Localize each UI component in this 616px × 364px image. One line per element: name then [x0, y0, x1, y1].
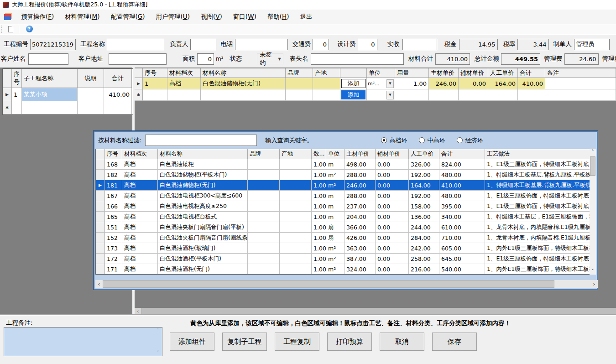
header-name-input[interactable] [311, 53, 404, 65]
column-header[interactable]: 合计 [439, 149, 485, 159]
print-budget-button[interactable]: 打印预算 [327, 333, 372, 351]
add-material-button-focused[interactable]: 添加 [341, 90, 365, 99]
column-header[interactable]: 人工单价 [488, 68, 518, 78]
material-library-row[interactable]: 171高档白色混油酒柜(无门)1.00m²324.000.00216.00540… [96, 264, 591, 275]
material-library-row[interactable]: 182高档白色混油储物柜(平板木门)1.00m²288.000.00192.00… [96, 170, 591, 180]
preparer-input[interactable] [574, 39, 610, 50]
scroll-left-icon[interactable]: ‹ [95, 281, 103, 287]
column-header[interactable]: 工艺做法 [485, 149, 591, 159]
customer-name-input[interactable] [28, 53, 68, 65]
add-component-button[interactable]: 添加组件 [170, 333, 214, 351]
column-header[interactable]: 序号 [143, 68, 167, 78]
hscroll-thumb[interactable] [141, 308, 616, 315]
radio-high-grade[interactable]: 高档环 [381, 136, 407, 145]
cancel-button[interactable]: 取消 [380, 333, 424, 351]
column-header[interactable]: 序号 [105, 149, 122, 159]
customer-addr-input[interactable] [109, 53, 167, 65]
column-header[interactable]: 材料档次 [122, 149, 158, 159]
material-row[interactable]: ▶ 1 高档 白色混油储物柜(无门) 添加 m²... ▼ 1.00 246.0… [135, 78, 616, 89]
material-remark[interactable] [545, 78, 616, 89]
mgmt-fee-input[interactable] [564, 53, 599, 65]
scroll-left-icon[interactable]: ‹ [135, 308, 141, 315]
menu-item-user-management[interactable]: 用户管理(U) [151, 10, 195, 23]
material-library-row[interactable]: ▶181高档白色混油储物柜(无门)1.00m²246.000.00164.004… [96, 180, 591, 191]
phone-input[interactable] [235, 39, 288, 50]
hscroll-thumb[interactable] [103, 280, 554, 288]
material-total-input[interactable] [435, 53, 470, 65]
column-header[interactable]: 主材单价 [429, 68, 459, 78]
column-header[interactable]: 辅材单价 [376, 149, 409, 159]
column-header[interactable]: 说明 [78, 69, 104, 88]
scroll-right-icon[interactable]: › [590, 281, 598, 287]
tax-input[interactable] [459, 39, 498, 50]
transport-fee-input[interactable] [313, 39, 329, 50]
column-header[interactable]: 序号 [12, 69, 22, 88]
column-header[interactable]: 主材单价 [345, 149, 376, 159]
column-header[interactable]: 子工程名称 [22, 69, 78, 88]
radio-mid-high-grade[interactable]: 中高环 [419, 136, 445, 145]
column-header[interactable]: 品牌 [286, 68, 313, 78]
material-qty[interactable]: 1.00 [395, 78, 429, 89]
tax-rate-input[interactable] [517, 39, 549, 50]
column-header[interactable]: 数... [312, 149, 326, 159]
column-header[interactable]: 材料名称 [158, 149, 248, 159]
sub-project-row[interactable]: ▶ 1 某某小项 410.00 [3, 88, 133, 101]
material-panel-hscrollbar[interactable]: ‹ [135, 308, 616, 315]
menu-item-material-management[interactable]: 材料管理(M) [59, 10, 105, 23]
copy-project-button[interactable]: 工程复制 [275, 333, 319, 351]
column-header[interactable] [340, 68, 367, 78]
received-input[interactable] [402, 39, 437, 50]
column-header[interactable]: 备注 [545, 68, 616, 78]
menu-item-view[interactable]: 视图(V) [195, 10, 228, 23]
save-button[interactable]: 保存 [432, 333, 477, 351]
area-input[interactable] [197, 53, 214, 65]
material-library-row[interactable]: 172高档白色混油酒柜(平板木门)1.00m²387.000.00258.006… [96, 254, 591, 264]
material-library-row[interactable]: 166高档白色混油电视柜高度≤2501.00m237.000.00158.003… [96, 201, 591, 212]
column-header[interactable]: 品牌 [248, 149, 280, 159]
column-header[interactable]: 产地 [280, 149, 312, 159]
new-document-button[interactable] [6, 25, 15, 33]
menu-item-exit[interactable]: 退出 [294, 10, 318, 23]
material-library-row[interactable]: 167高档白色混油电视柜300<高度≤6001.00m288.000.00192… [96, 191, 591, 201]
column-header[interactable]: 合计 [518, 68, 545, 78]
dialog-vscrollbar[interactable]: ˄ ˅ [590, 149, 596, 275]
status-select[interactable]: 未签约 ▼ [257, 53, 283, 64]
material-filter-input[interactable] [145, 135, 257, 146]
help-button[interactable]: ? [25, 25, 34, 33]
manager-input[interactable] [190, 39, 216, 50]
menu-item-help[interactable]: 帮助(H) [262, 10, 295, 23]
scroll-down-icon[interactable]: ˅ [592, 268, 594, 275]
dialog-hscrollbar[interactable]: ‹ › [95, 280, 598, 288]
column-header[interactable]: 合计 [104, 69, 132, 88]
material-library-row[interactable]: 168高档白色混油矮柜1.00m498.000.00326.00824.001、… [96, 159, 591, 170]
column-header[interactable]: 材料档次 [167, 68, 201, 78]
sub-project-note[interactable] [78, 88, 104, 101]
column-header[interactable]: 人工单价 [409, 149, 439, 159]
scroll-up-icon[interactable]: ˄ [592, 149, 594, 155]
vscroll-thumb[interactable] [590, 156, 595, 176]
project-name-input[interactable] [107, 39, 164, 50]
toolbar-grip[interactable] [1, 26, 3, 33]
copy-subproject-button[interactable]: 复制子工程 [222, 333, 267, 351]
radio-economy-grade[interactable]: 经济环 [457, 136, 483, 145]
material-new-row[interactable]: ✱ 添加 ▼ [135, 89, 616, 101]
column-header[interactable]: 用量 [395, 68, 429, 78]
column-header[interactable]: 单位 [367, 68, 395, 78]
unit-combo[interactable]: ▼ [368, 90, 394, 99]
sub-project-name-cell[interactable]: 某某小项 [22, 88, 78, 101]
menu-item-config-management[interactable]: 配置管理(G) [105, 10, 151, 23]
design-fee-input[interactable] [358, 39, 377, 50]
material-library-row[interactable]: 152高档白色混油夹板门扇隔音门扇(圈线条)1.00扇426.000.00284… [96, 233, 591, 243]
column-header[interactable]: 产地 [313, 68, 340, 78]
material-library-row[interactable]: 151高档白色混油夹板门扇隔音门扇(平板)1.00扇366.000.00244.… [96, 222, 591, 233]
column-header[interactable]: 单位 [326, 149, 345, 159]
column-header[interactable]: 材料名称 [201, 68, 286, 78]
remark-textarea[interactable] [4, 327, 162, 356]
unit-combo[interactable]: m²... ▼ [368, 79, 394, 88]
column-header[interactable]: 辅材单价 [459, 68, 488, 78]
add-material-button[interactable]: 添加 [341, 79, 365, 88]
sub-project-new-row[interactable]: ✱ [3, 101, 133, 114]
material-library-row[interactable]: 173高档白色混油酒柜(玻璃门)1.00m²363.000.00242.0060… [96, 243, 591, 254]
grand-total-input[interactable] [501, 53, 540, 65]
menu-item-window[interactable]: 窗口(W) [228, 10, 262, 23]
